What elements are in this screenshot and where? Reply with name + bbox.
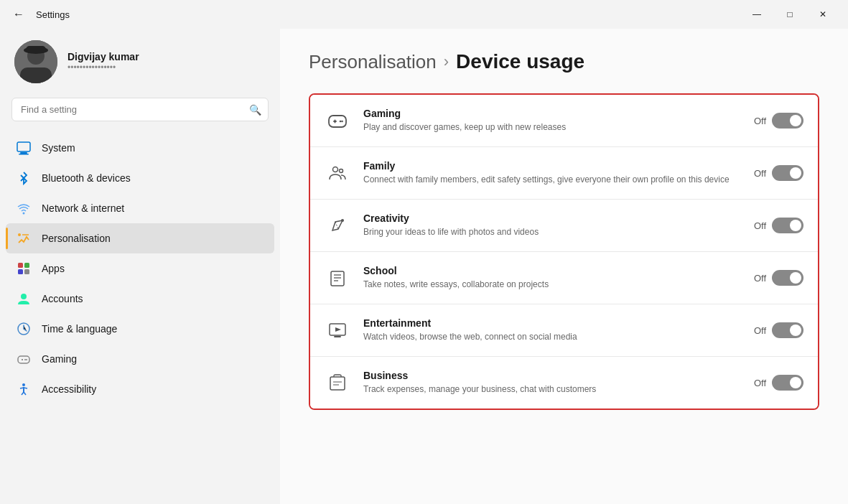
search-icon: 🔍 <box>249 104 261 116</box>
setting-desc-school: Take notes, write essays, collaborate on… <box>363 279 741 291</box>
toggle-wrap-family: Off <box>754 165 803 181</box>
sidebar-item-accounts[interactable]: Accounts <box>6 284 274 314</box>
svg-point-8 <box>23 213 25 215</box>
sidebar-item-bluetooth[interactable]: Bluetooth & devices <box>6 163 274 193</box>
svg-rect-5 <box>17 142 30 151</box>
toggle-label-entertainment: Off <box>754 325 766 336</box>
toggle-school[interactable] <box>772 270 803 286</box>
sidebar-item-label-bluetooth: Bluetooth & devices <box>42 172 131 184</box>
accounts-icon <box>16 291 32 307</box>
svg-rect-20 <box>329 116 346 127</box>
user-name: Digvijay kumar <box>67 51 139 62</box>
svg-rect-28 <box>330 377 345 390</box>
school-icon <box>325 265 350 291</box>
sidebar-item-label-gaming: Gaming <box>42 353 77 365</box>
setting-desc-gaming: Play and discover games, keep up with ne… <box>363 121 741 134</box>
user-email: •••••••••••••••• <box>67 62 139 73</box>
back-button[interactable]: ← <box>9 4 29 24</box>
system-icon <box>16 140 32 156</box>
toggle-wrap-business: Off <box>754 375 803 391</box>
setting-text-school: School Take notes, write essays, collabo… <box>363 265 741 291</box>
toggle-entertainment[interactable] <box>772 322 803 338</box>
svg-point-9 <box>18 233 21 236</box>
svg-point-24 <box>340 169 343 173</box>
svg-rect-10 <box>18 263 23 268</box>
sidebar-item-time[interactable]: Time & language <box>6 314 274 344</box>
toggle-family[interactable] <box>772 165 803 181</box>
setting-title-entertainment: Entertainment <box>363 317 741 329</box>
setting-desc-family: Connect with family members, edit safety… <box>363 174 741 186</box>
accessibility-icon <box>16 381 32 397</box>
setting-item-gaming: Gaming Play and discover games, keep up … <box>310 95 818 147</box>
toggle-creativity[interactable] <box>772 218 803 233</box>
svg-rect-13 <box>24 269 29 274</box>
entertainment-icon <box>325 317 350 343</box>
avatar <box>14 40 57 83</box>
svg-point-19 <box>22 383 25 386</box>
toggle-label-creativity: Off <box>754 220 766 231</box>
toggle-wrap-school: Off <box>754 270 803 286</box>
svg-rect-6 <box>20 152 27 154</box>
sidebar-item-gaming[interactable]: Gaming <box>6 344 274 374</box>
sidebar-item-label-accounts: Accounts <box>42 293 83 304</box>
setting-text-business: Business Track expenses, manage your bus… <box>363 370 741 396</box>
setting-desc-creativity: Bring your ideas to life with photos and… <box>363 226 741 238</box>
bluetooth-icon <box>16 170 32 186</box>
user-profile[interactable]: Digvijay kumar •••••••••••••••• <box>0 29 280 98</box>
time-icon <box>16 321 32 337</box>
toggle-label-gaming: Off <box>754 116 766 126</box>
sidebar-item-apps[interactable]: Apps <box>6 253 274 284</box>
svg-rect-26 <box>331 271 344 286</box>
svg-point-25 <box>341 219 344 222</box>
titlebar: ← Settings — □ ✕ <box>0 0 848 29</box>
search-box: 🔍 <box>11 98 269 121</box>
toggle-gaming[interactable] <box>772 113 803 129</box>
breadcrumb: Personalisation › Device usage <box>309 50 819 73</box>
toggle-business[interactable] <box>772 375 803 391</box>
sidebar-item-system[interactable]: System <box>6 133 274 163</box>
sidebar-item-network[interactable]: Network & internet <box>6 193 274 223</box>
nav-list: System Bluetooth & devices Network & int… <box>0 133 280 404</box>
toggle-wrap-gaming: Off <box>754 113 803 129</box>
svg-point-22 <box>341 121 343 123</box>
setting-title-business: Business <box>363 370 741 381</box>
maximize-button[interactable]: □ <box>773 3 806 26</box>
setting-title-creativity: Creativity <box>363 213 741 224</box>
svg-rect-4 <box>26 46 46 53</box>
svg-point-17 <box>24 359 26 360</box>
toggle-label-school: Off <box>754 273 766 284</box>
sidebar-item-label-time: Time & language <box>42 323 117 335</box>
sidebar: Digvijay kumar •••••••••••••••• 🔍 System… <box>0 29 280 504</box>
svg-point-23 <box>333 167 338 172</box>
minimize-button[interactable]: — <box>740 3 773 26</box>
window-controls: — □ ✕ <box>740 3 839 26</box>
svg-rect-11 <box>24 263 29 268</box>
breadcrumb-separator: › <box>444 52 449 71</box>
main-layout: Digvijay kumar •••••••••••••••• 🔍 System… <box>0 29 848 504</box>
setting-text-entertainment: Entertainment Watch videos, browse the w… <box>363 317 741 343</box>
sidebar-item-label-personalisation: Personalisation <box>42 233 111 244</box>
svg-point-21 <box>340 121 342 123</box>
settings-list: Gaming Play and discover games, keep up … <box>309 93 819 410</box>
svg-rect-16 <box>18 356 29 363</box>
breadcrumb-parent: Personalisation <box>309 51 437 73</box>
sidebar-item-label-accessibility: Accessibility <box>42 383 96 395</box>
personalisation-icon <box>16 230 32 246</box>
toggle-label-family: Off <box>754 168 766 179</box>
business-icon <box>325 370 350 396</box>
setting-item-creativity: Creativity Bring your ideas to life with… <box>310 200 818 252</box>
family-icon <box>325 160 350 186</box>
setting-item-school: School Take notes, write essays, collabo… <box>310 252 818 304</box>
setting-item-business: Business Track expenses, manage your bus… <box>310 357 818 409</box>
svg-rect-2 <box>20 67 52 83</box>
search-input[interactable] <box>11 98 269 121</box>
sidebar-item-accessibility[interactable]: Accessibility <box>6 374 274 404</box>
sidebar-item-personalisation[interactable]: Personalisation <box>6 223 274 253</box>
titlebar-title: Settings <box>36 9 70 20</box>
svg-point-14 <box>21 294 27 299</box>
sidebar-item-label-network: Network & internet <box>42 202 124 214</box>
page-title: Device usage <box>456 50 584 73</box>
setting-title-family: Family <box>363 160 741 172</box>
close-button[interactable]: ✕ <box>806 3 839 26</box>
svg-rect-7 <box>19 154 29 155</box>
